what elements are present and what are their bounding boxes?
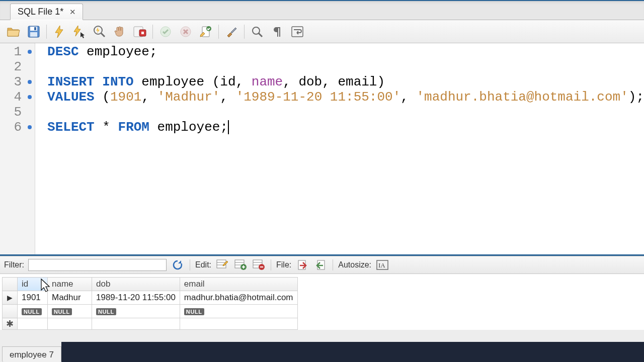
table-row-new[interactable]: ✱ xyxy=(3,318,298,330)
grid-pencil-icon xyxy=(216,259,228,270)
column-header-email[interactable]: email xyxy=(180,278,297,291)
export-button[interactable] xyxy=(295,258,309,272)
code-text: ( xyxy=(95,89,110,105)
explain-button[interactable] xyxy=(91,23,108,40)
rollback-button[interactable] xyxy=(177,23,194,40)
autosize-label: Autosize: xyxy=(338,260,371,269)
add-row-button[interactable] xyxy=(233,258,248,272)
row-header-blank xyxy=(3,278,18,291)
svg-text:IA: IA xyxy=(378,261,385,269)
file-tab-label: SQL File 1* xyxy=(18,7,63,17)
stop-script-button[interactable] xyxy=(131,23,148,40)
code-text: employee; xyxy=(149,120,228,135)
bottom-bar: employee 7 xyxy=(0,342,644,362)
string-literal: 'Madhur' xyxy=(157,89,220,105)
null-badge: NULL xyxy=(184,308,204,315)
open-file-button[interactable] xyxy=(5,23,22,40)
export-icon xyxy=(297,259,308,270)
toolbar-separator xyxy=(271,259,271,270)
lightning-cursor-icon xyxy=(73,25,86,38)
keyword: INSERT INTO xyxy=(47,74,134,89)
commit-button[interactable] xyxy=(157,23,174,40)
refresh-button[interactable] xyxy=(171,258,185,272)
tab-bar: SQL File 1* ✕ xyxy=(0,1,644,20)
cell-email[interactable]: madhur.bhatia@hotmail.com xyxy=(180,291,297,305)
line-number: 2 xyxy=(0,59,35,74)
cell-name[interactable]: Madhur xyxy=(48,291,92,305)
code-text: ); xyxy=(628,89,644,105)
hand-icon xyxy=(114,26,126,38)
wrap-button[interactable] xyxy=(289,23,306,40)
execute-button[interactable] xyxy=(51,23,68,40)
editor-toolbar xyxy=(0,20,644,43)
null-badge: NULL xyxy=(52,308,72,315)
code-text: , xyxy=(400,89,416,105)
magnify-lightning-icon xyxy=(93,25,106,38)
text-caret xyxy=(228,120,229,134)
floppy-icon xyxy=(28,26,40,38)
toolbar-separator xyxy=(218,25,219,39)
results-toolbar: Filter: Edit: File: Autosize: IA xyxy=(0,256,644,274)
keyword: FROM xyxy=(118,120,149,135)
pilcrow-icon xyxy=(272,26,283,38)
keyword: DESC xyxy=(47,44,78,59)
filter-label: Filter: xyxy=(4,260,24,269)
filter-input[interactable] xyxy=(28,259,167,271)
find-button[interactable] xyxy=(249,23,266,40)
execute-current-button[interactable] xyxy=(71,23,88,40)
code-text: employee (id, xyxy=(134,74,252,89)
toolbar-separator xyxy=(244,25,245,39)
results-grid-wrap: id name dob email ▶ 1901 Madhur 1989-11-… xyxy=(0,274,644,330)
save-button[interactable] xyxy=(25,23,42,40)
invisible-chars-button[interactable] xyxy=(269,23,286,40)
lightning-icon xyxy=(54,25,65,38)
sql-editor[interactable]: 1 2 3 4 5 6 DESC employee; INSERT INTO e… xyxy=(0,43,644,256)
result-tab[interactable]: employee 7 xyxy=(2,346,61,362)
folder-icon xyxy=(7,26,20,37)
code-area[interactable]: DESC employee; INSERT INTO employee (id,… xyxy=(35,43,644,254)
code-text: , xyxy=(141,89,157,105)
close-icon[interactable]: ✕ xyxy=(68,8,76,16)
code-text: , dob, email) xyxy=(283,74,385,89)
line-number: 4 xyxy=(0,89,35,105)
keyword: SELECT xyxy=(47,120,95,135)
grid-minus-icon xyxy=(253,259,265,270)
toolbar-separator xyxy=(46,25,47,39)
file-tab[interactable]: SQL File 1* ✕ xyxy=(10,4,83,20)
new-row-icon: ✱ xyxy=(6,319,14,329)
grid-plus-icon xyxy=(234,259,247,270)
cell-id[interactable]: 1901 xyxy=(18,291,48,305)
check-circle-icon xyxy=(160,26,171,37)
delete-row-button[interactable] xyxy=(252,258,266,272)
column-header-id[interactable]: id xyxy=(18,278,48,291)
autocommit-button[interactable] xyxy=(197,23,214,40)
svg-rect-2 xyxy=(34,27,36,30)
autosize-button[interactable]: IA xyxy=(375,258,389,272)
code-text: , xyxy=(220,89,235,105)
magnify-icon xyxy=(251,26,263,38)
column-header-name[interactable]: name xyxy=(48,278,92,291)
cell-dob[interactable]: 1989-11-20 11:55:00 xyxy=(92,291,180,305)
code-text: * xyxy=(95,120,118,135)
identifier: name xyxy=(252,74,283,89)
import-button[interactable] xyxy=(313,258,328,272)
svg-rect-3 xyxy=(30,32,37,37)
edit-row-button[interactable] xyxy=(215,258,229,272)
column-header-dob[interactable]: dob xyxy=(92,278,180,291)
table-row[interactable]: ▶ 1901 Madhur 1989-11-20 11:55:00 madhur… xyxy=(3,291,298,305)
svg-line-5 xyxy=(101,33,105,37)
table-row-null[interactable]: NULL NULL NULL NULL xyxy=(3,305,298,318)
line-number: 1 xyxy=(0,44,35,59)
svg-line-14 xyxy=(259,33,262,37)
edit-label: Edit: xyxy=(195,260,211,269)
results-grid[interactable]: id name dob email ▶ 1901 Madhur 1989-11-… xyxy=(2,277,298,330)
beautify-button[interactable] xyxy=(223,23,240,40)
stop-button[interactable] xyxy=(111,23,128,40)
svg-rect-8 xyxy=(141,32,144,34)
bottom-fill xyxy=(61,342,644,362)
null-badge: NULL xyxy=(96,308,116,315)
line-number: 6 xyxy=(0,120,35,135)
null-badge: NULL xyxy=(22,308,42,315)
line-gutter: 1 2 3 4 5 6 xyxy=(0,43,35,254)
brush-icon xyxy=(225,26,237,38)
